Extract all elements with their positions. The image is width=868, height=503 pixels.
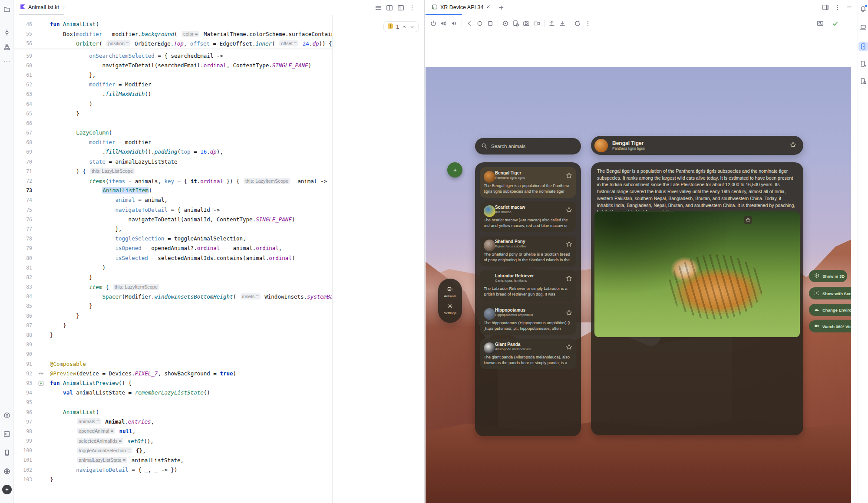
favorite-star-icon[interactable] [566, 309, 572, 318]
overview-icon[interactable] [485, 18, 495, 29]
animal-card[interactable]: HippopotamusHippopotamus amphibiusThe hi… [480, 304, 576, 335]
photo-expand-button[interactable] [744, 216, 752, 224]
hide-panel-icon[interactable] [846, 4, 852, 11]
close-device-tab-icon[interactable] [486, 4, 491, 10]
resource-explorer-icon[interactable] [858, 76, 868, 86]
power-icon[interactable] [428, 18, 439, 29]
more-tool-windows-icon[interactable] [2, 56, 12, 66]
line-number: 100 [14, 446, 32, 455]
change-environment-button[interactable]: Change Environment [809, 304, 851, 316]
nav-rail: AnimalsSettings [438, 279, 462, 323]
terminal-icon[interactable] [2, 429, 12, 439]
animal-card[interactable]: Scarlet macawAra macaoThe scarlet macaw … [480, 201, 576, 232]
code-line: 72 items(items = animals, key = { it.ord… [14, 176, 332, 186]
tab-animallist-kt[interactable]: AnimalList.kt [14, 0, 71, 15]
structure-view-icon[interactable] [375, 4, 382, 11]
preview-settings-icon[interactable] [32, 371, 50, 376]
code-line: 74 animal = animal, [14, 195, 332, 205]
favorite-star-icon[interactable] [566, 275, 572, 283]
build-icon[interactable] [2, 410, 12, 421]
line-number: 97 [14, 417, 32, 427]
show-with-scenery-button[interactable]: Show with Scenery [809, 287, 851, 299]
volume-up-icon[interactable] [439, 18, 449, 29]
animal-card[interactable]: Bengal TigerPanthera tigris tigrisThe Be… [480, 167, 576, 198]
line-number: 70 [14, 157, 32, 167]
code-text: items(items = animals, key = { it.ordina… [50, 176, 327, 186]
add-device-tab-icon[interactable] [498, 5, 504, 10]
animal-card[interactable]: Giant PandaAiluropoda melanoleucaThe gia… [480, 339, 576, 369]
inspections-widget[interactable]: 1 [383, 21, 419, 32]
snapshot-reset-icon[interactable] [572, 18, 583, 29]
line-number: 75 [14, 205, 32, 215]
favorite-star-icon[interactable] [566, 344, 572, 352]
detail-header-card[interactable]: Bengal Tiger Panthera tigris tigris [591, 136, 803, 155]
animal-latin-name: Canis lupus familiaris [495, 279, 534, 283]
environment-button[interactable] [447, 162, 462, 178]
code-text: fun AnimalListPreview() { [50, 378, 132, 388]
back-icon[interactable] [464, 18, 475, 29]
download-icon[interactable] [557, 18, 568, 29]
editor-split-empty[interactable]: 1 [332, 15, 424, 503]
code-line: 102 navigateToDetail = { _, _ -> }) [14, 465, 332, 475]
volume-down-icon[interactable] [449, 18, 459, 29]
tab-xr-device[interactable]: XR Device API 34 [428, 0, 494, 15]
upload-icon[interactable] [547, 18, 557, 29]
panel-layout-icon[interactable] [822, 4, 829, 11]
structure-icon[interactable] [2, 42, 12, 52]
code-text: } [50, 301, 92, 311]
notifications-icon[interactable] [858, 4, 868, 14]
split-editor-icon[interactable] [386, 4, 393, 11]
android-studio-window: AnimalList.kt 46fun AnimalList(55 Box(mo… [0, 0, 868, 503]
editor-more-icon[interactable] [409, 4, 416, 11]
nav-settings[interactable]: Settings [444, 303, 456, 315]
favorite-star-icon[interactable] [566, 207, 572, 215]
home-icon[interactable] [475, 18, 485, 29]
fit-to-window-icon[interactable] [815, 18, 825, 29]
editor-scrollbar[interactable] [327, 15, 332, 503]
line-number: 85 [14, 301, 32, 311]
favorite-star-icon[interactable] [566, 241, 572, 249]
nav-animals[interactable]: Animals [444, 286, 456, 298]
favorite-star-icon[interactable] [566, 172, 572, 181]
commit-icon[interactable] [2, 27, 12, 38]
device-settings-icon[interactable] [511, 18, 521, 29]
close-tab-icon[interactable] [62, 5, 66, 10]
code-line: 99 selectedAnimalIds = setOf(), [14, 436, 332, 446]
code-editor[interactable]: 46fun AnimalList(55 Box(modifier = modif… [14, 15, 332, 503]
layout-editor-icon[interactable] [397, 4, 404, 11]
screen-record-icon[interactable] [500, 18, 511, 29]
run-preview-icon[interactable] [32, 381, 50, 386]
panel-more-icon[interactable] [834, 4, 841, 11]
line-number: 94 [14, 388, 32, 398]
device-tabbar: XR Device API 34 [425, 0, 858, 15]
device-manager-icon[interactable] [858, 23, 868, 32]
show-in-3d-button[interactable]: Show in 3D [809, 270, 847, 282]
project-folder-icon[interactable] [2, 4, 12, 15]
detail-latin-name: Panthera tigris tigris [612, 146, 645, 151]
favorite-star-icon[interactable] [790, 141, 796, 150]
xr-device-screen[interactable]: Search animals Bengal TigerPanthera tigr… [426, 67, 851, 503]
code-line: 65 } [14, 109, 332, 118]
animal-card[interactable]: Labrador RetrieverCanis lupus familiaris… [480, 270, 576, 301]
search-input[interactable]: Search animals [475, 138, 581, 155]
line-number: 77 [14, 224, 32, 234]
status-check-icon[interactable] [830, 18, 840, 29]
detail-title: Bengal Tiger [612, 140, 645, 146]
assistant-icon[interactable] [2, 485, 12, 494]
code-text: animal = animal, [50, 195, 168, 205]
next-issue-icon[interactable] [409, 24, 415, 30]
watch-360-video-button[interactable]: Watch 360° Video [809, 320, 851, 332]
screenshot-camera-icon[interactable] [521, 18, 531, 29]
globe-icon[interactable] [2, 466, 12, 477]
toolbar-more-icon[interactable] [583, 18, 593, 29]
running-devices-icon[interactable] [858, 42, 868, 51]
animal-card[interactable]: Shetland PonyEquus ferus caballusThe She… [480, 236, 576, 266]
line-number: 60 [14, 61, 32, 70]
screen-video-icon[interactable] [531, 18, 542, 29]
code-line: 94 val animalListState = rememberLazyLis… [14, 388, 332, 398]
device-pairing-icon[interactable] [858, 59, 868, 69]
device-explorer-icon[interactable] [2, 447, 12, 458]
animal-name: Labrador Retriever [495, 273, 534, 279]
code-text: val animalListState = rememberLazyListSt… [50, 388, 210, 398]
prev-issue-icon[interactable] [402, 24, 407, 30]
